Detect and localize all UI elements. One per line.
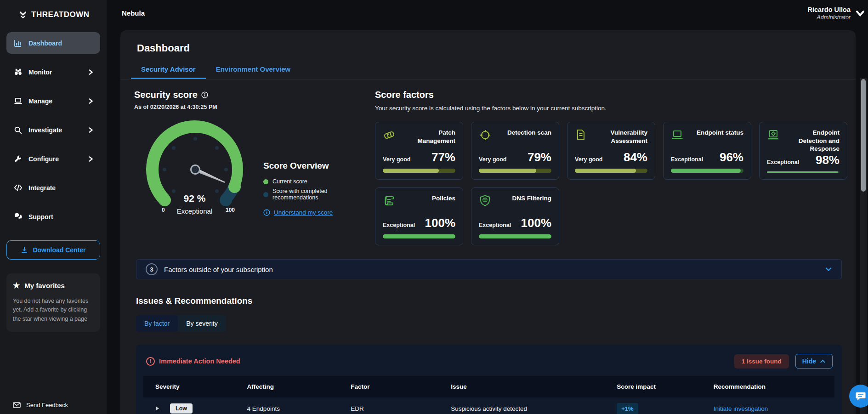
security-score-title: Security score (134, 90, 198, 100)
hide-button[interactable]: Hide (795, 354, 833, 369)
gauge-tick-dot (215, 146, 219, 150)
security-score-section: Security score As of 02/20/2026 at 4:30:… (134, 90, 373, 245)
send-feedback-label: Send Feedback (26, 402, 68, 408)
sidebar-item-label: Dashboard (28, 40, 94, 47)
warning-icon: ! (146, 357, 155, 366)
score-overview: Score Overview Current score (263, 161, 373, 219)
user-menu[interactable]: Ricardo Ulloa Administrator (808, 6, 868, 21)
score-factor-cards-row1: Patch Management Very good 77% (375, 122, 847, 180)
gauge-max-label: 100 (226, 207, 235, 213)
sidebar-item-label: Manage (28, 97, 88, 105)
tab-security-advisor[interactable]: Security Advisor (141, 65, 196, 79)
sidebar-item-monitor[interactable]: Monitor (6, 61, 100, 83)
download-icon (21, 246, 28, 254)
issues-title: Issues & Recommendations (136, 296, 847, 306)
bandage-icon (383, 129, 396, 142)
sidebar-item-investigate[interactable]: Investigate (6, 119, 100, 141)
sidebar-item-label: Investigate (28, 126, 88, 134)
panel-title: ! Immediate Action Needed (146, 357, 240, 366)
crosshair-icon (479, 129, 492, 142)
factor-card-detection-scan[interactable]: Detection scan Very good 79% (471, 122, 559, 180)
gauge-tick-dot (224, 168, 228, 171)
info-icon[interactable] (201, 91, 208, 98)
chevron-down-icon[interactable] (855, 8, 865, 18)
tab-environment-overview[interactable]: Environment Overview (216, 65, 291, 79)
issues-group-toggle: By factor By severity (136, 315, 226, 332)
legend-dot-current (263, 179, 268, 184)
legend-completed-score: Score with completed recommendations (263, 188, 373, 201)
scrollbar-thumb[interactable] (861, 79, 866, 192)
affecting-cell: 4 Endpoints (247, 405, 351, 412)
chevron-right-icon (88, 156, 94, 162)
chevron-right-icon (88, 127, 94, 133)
outside-factors-count-badge: 3 (146, 263, 158, 275)
recommendation-link[interactable]: Initiate investigation (714, 405, 768, 412)
factor-card-edr[interactable]: Endpoint Detection and Response Exceptio… (759, 122, 847, 180)
chevron-up-icon (820, 358, 826, 364)
issues-table: Severity Affecting Factor Issue Score im… (143, 376, 834, 414)
toggle-by-severity[interactable]: By severity (178, 315, 226, 332)
laptop-icon (671, 129, 684, 142)
laptop-icon (13, 96, 23, 106)
favorites-title: My favorites (24, 282, 65, 289)
sidebar-nav: Dashboard Monitor Manage (0, 28, 107, 227)
score-impact-badge: +1% (617, 403, 638, 414)
factor-card-policies[interactable]: Policies Exceptional 100% (375, 187, 463, 245)
sidebar-item-label: Configure (28, 155, 88, 163)
issues-table-header: Severity Affecting Factor Issue Score im… (143, 376, 834, 397)
wrench-icon (13, 154, 23, 164)
sidebar-item-integrate[interactable]: Integrate (6, 177, 100, 198)
gauge-tick-dot (172, 146, 176, 150)
vertical-scrollbar (860, 78, 867, 414)
factor-card-endpoint-status[interactable]: Endpoint status Exceptional 96% (663, 122, 751, 180)
sidebar: THREATDOWN Dashboard Monitor (0, 0, 107, 414)
chevron-right-icon (88, 69, 94, 75)
outside-factors-label: Factors outside of your subscription (164, 266, 273, 273)
info-icon (263, 209, 270, 216)
magnifier-icon (13, 125, 23, 135)
legend-dot-completed (263, 192, 268, 197)
factor-card-vulnerability-assessment[interactable]: Vulnerability Assessment Very good 84% (567, 122, 655, 180)
sidebar-item-dashboard[interactable]: Dashboard (6, 32, 100, 54)
user-name: Ricardo Ulloa (808, 6, 851, 13)
factor-card-patch-management[interactable]: Patch Management Very good 77% (375, 122, 463, 180)
severity-badge: Low (170, 403, 193, 414)
gauge-tick-dot (163, 168, 166, 171)
star-icon: ★ (13, 281, 20, 290)
scroll-icon (383, 194, 396, 207)
sidebar-item-support[interactable]: Support (6, 206, 100, 227)
score-impact-cell: +1% (617, 405, 714, 412)
immediate-action-panel: ! Immediate Action Needed 1 issue found … (136, 345, 842, 414)
threatdown-logo: THREATDOWN (0, 0, 107, 28)
chevron-down-icon[interactable] (825, 266, 832, 273)
favorites-empty-text: You do not have any favorites yet. Add a… (13, 297, 94, 323)
factors-outside-subscription-bar[interactable]: 3 Factors outside of your subscription (136, 259, 842, 279)
score-factors-title: Score factors (375, 90, 847, 100)
sidebar-item-manage[interactable]: Manage (6, 90, 100, 112)
score-value: 92 % (146, 193, 243, 204)
gauge-cap (228, 181, 241, 193)
table-row: Low 4 Endpoints EDR Suspicious activity … (143, 397, 834, 414)
expand-row-caret[interactable] (155, 406, 160, 411)
tab-bar: Security Advisor Environment Overview (141, 65, 856, 79)
favorites-card: ★ My favorites You do not have any favor… (6, 273, 100, 332)
sidebar-item-label: Support (28, 213, 94, 221)
factor-card-dns-filtering[interactable]: DNS Filtering Exceptional 100% (471, 187, 559, 245)
gauge-min-label: 0 (162, 207, 165, 213)
topbar: Nebula Ricardo Ulloa Administrator (107, 0, 868, 26)
sidebar-item-configure[interactable]: Configure (6, 148, 100, 170)
main-area: Dashboard Security Advisor Environment O… (107, 26, 868, 414)
security-score-gauge: 92 % Exceptional 0 100 (146, 120, 243, 219)
factor-cell: EDR (351, 405, 451, 412)
laptop-diamond-icon (767, 129, 780, 142)
chat-bubbles-icon (13, 212, 23, 222)
download-center-button[interactable]: Download Center (6, 240, 100, 260)
understand-score-link[interactable]: Understand my score (263, 209, 373, 216)
send-feedback-button[interactable]: Send Feedback (13, 402, 68, 408)
score-overview-title: Score Overview (263, 161, 373, 171)
issue-cell: Suspicious activity detected (451, 405, 617, 412)
brand-name: THREATDOWN (31, 10, 90, 19)
chevron-right-icon (88, 98, 94, 104)
toggle-by-factor[interactable]: By factor (136, 315, 178, 332)
score-factors-description: Your security score is calculated using … (375, 105, 847, 112)
